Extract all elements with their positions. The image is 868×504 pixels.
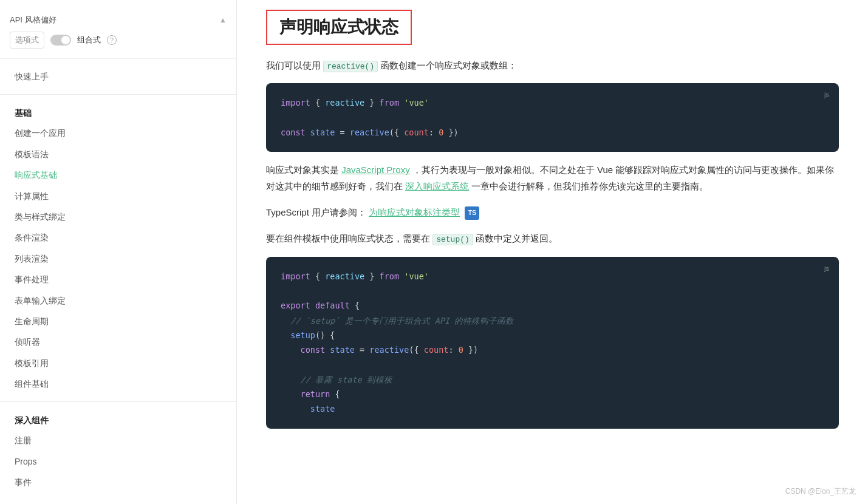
js-proxy-link[interactable]: JavaScript Proxy bbox=[341, 165, 410, 175]
intro-text-2: 函数创建一个响应式对象或数组： bbox=[380, 60, 517, 70]
watermark: CSDN @Elon_王艺龙 bbox=[785, 486, 856, 497]
code1-line1: import { reactive } from 'vue' bbox=[281, 95, 824, 110]
ts-annotation-link[interactable]: 为响应式对象标注类型 bbox=[369, 207, 460, 217]
sidebar-item-component-basics[interactable]: 组件基础 bbox=[0, 373, 236, 394]
sidebar-item-lifecycle[interactable]: 生命周期 bbox=[0, 311, 236, 332]
proxy-paragraph: 响应式对象其实是 JavaScript Proxy ，其行为表现与一般对象相似。… bbox=[266, 162, 839, 194]
nav-group-basics: 基础 bbox=[0, 104, 236, 123]
code-lang-1: js bbox=[824, 89, 829, 101]
sidebar-item-emit[interactable]: 事件 bbox=[0, 472, 236, 492]
proxy-text-3: 一章中会进行解释，但我们推荐你先读完这里的主要指南。 bbox=[471, 181, 708, 191]
api-preference-label: API 风格偏好 bbox=[10, 15, 56, 26]
sidebar: API 风格偏好 ▲ 选项式 组合式 ? 快速上手 基础 创建一个应用 模板语法… bbox=[0, 0, 237, 504]
code2-line6: const state = reactive({ count: 0 }) bbox=[281, 342, 824, 357]
divider bbox=[0, 94, 236, 95]
nav-advanced-section: 深入组件 注册 Props 事件 bbox=[0, 404, 236, 500]
code2-line7 bbox=[281, 357, 824, 372]
page-title: 声明响应式状态 bbox=[279, 16, 398, 39]
sidebar-item-template-syntax[interactable]: 模板语法 bbox=[0, 144, 236, 165]
divider2 bbox=[0, 401, 236, 402]
composition-style-label[interactable]: 组合式 bbox=[77, 35, 101, 46]
sidebar-item-watchers[interactable]: 侦听器 bbox=[0, 332, 236, 352]
code-lang-2: js bbox=[824, 263, 829, 275]
code1-line2 bbox=[281, 111, 824, 125]
intro-paragraph: 我们可以使用 reactive() 函数创建一个响应式对象或数组： bbox=[266, 57, 839, 73]
intro-text-1: 我们可以使用 bbox=[266, 60, 321, 70]
sidebar-item-form[interactable]: 表单输入绑定 bbox=[0, 290, 236, 311]
sidebar-item-quickstart[interactable]: 快速上手 bbox=[0, 66, 236, 87]
nav-basics-section: 基础 创建一个应用 模板语法 响应式基础 计算属性 类与样式绑定 条件渲染 列表… bbox=[0, 97, 236, 401]
deep-reactivity-link[interactable]: 深入响应式系统 bbox=[405, 181, 469, 191]
code1-line3: const state = reactive({ count: 0 }) bbox=[281, 125, 824, 140]
option-style-label[interactable]: 选项式 bbox=[10, 32, 44, 49]
code2-line9: return { bbox=[281, 387, 824, 401]
sidebar-item-conditional[interactable]: 条件渲染 bbox=[0, 227, 236, 248]
code2-line4: // `setup` 是一个专门用于组合式 API 的特殊钩子函数 bbox=[281, 313, 824, 328]
code2-line3: export default { bbox=[281, 298, 824, 313]
sidebar-item-class-style[interactable]: 类与样式绑定 bbox=[0, 206, 236, 227]
code2-line2 bbox=[281, 284, 824, 298]
sidebar-item-registration[interactable]: 注册 bbox=[0, 430, 236, 451]
nav-group-advanced: 深入组件 bbox=[0, 412, 236, 430]
sidebar-item-events[interactable]: 事件处理 bbox=[0, 269, 236, 290]
ts-badge: TS bbox=[465, 206, 479, 220]
code-block-1: js import { reactive } from 'vue' const … bbox=[266, 83, 839, 152]
api-preference-section: API 风格偏好 ▲ 选项式 组合式 ? bbox=[0, 10, 236, 59]
chevron-up-icon[interactable]: ▲ bbox=[219, 16, 227, 24]
help-icon[interactable]: ? bbox=[107, 35, 117, 45]
sidebar-item-reactivity-basics[interactable]: 响应式基础 bbox=[0, 165, 236, 185]
code2-line1: import { reactive } from 'vue' bbox=[281, 269, 824, 284]
ts-text-1: TypeScript 用户请参阅： bbox=[266, 207, 366, 217]
setup-paragraph: 要在组件模板中使用响应式状态，需要在 setup() 函数中定义并返回。 bbox=[266, 230, 839, 247]
code2-line10: state bbox=[281, 401, 824, 416]
sidebar-item-template-refs[interactable]: 模板引用 bbox=[0, 353, 236, 373]
nav-quickstart-section: 快速上手 bbox=[0, 59, 236, 94]
page-title-box: 声明响应式状态 bbox=[266, 10, 412, 45]
code-block-2: js import { reactive } from 'vue' export… bbox=[266, 257, 839, 429]
api-style-toggle[interactable] bbox=[50, 35, 71, 46]
api-preference-title: API 风格偏好 ▲ bbox=[10, 15, 227, 26]
sidebar-item-props[interactable]: Props bbox=[0, 451, 236, 472]
sidebar-item-computed[interactable]: 计算属性 bbox=[0, 186, 236, 206]
main-content: 声明响应式状态 我们可以使用 reactive() 函数创建一个响应式对象或数组… bbox=[237, 0, 868, 504]
sidebar-item-create-app[interactable]: 创建一个应用 bbox=[0, 123, 236, 143]
setup-text-2: 函数中定义并返回。 bbox=[476, 233, 558, 243]
code2-line5: setup() { bbox=[281, 328, 824, 342]
code2-line8: // 暴露 state 到模板 bbox=[281, 372, 824, 387]
proxy-text-1: 响应式对象其实是 bbox=[266, 165, 339, 175]
setup-text-1: 要在组件模板中使用响应式状态，需要在 bbox=[266, 233, 430, 243]
api-toggle-row: 选项式 组合式 ? bbox=[10, 32, 227, 49]
setup-func-inline: setup() bbox=[432, 234, 473, 245]
sidebar-item-list[interactable]: 列表渲染 bbox=[0, 248, 236, 269]
reactive-func-inline: reactive() bbox=[323, 61, 378, 72]
typescript-paragraph: TypeScript 用户请参阅： 为响应式对象标注类型 TS bbox=[266, 204, 839, 220]
